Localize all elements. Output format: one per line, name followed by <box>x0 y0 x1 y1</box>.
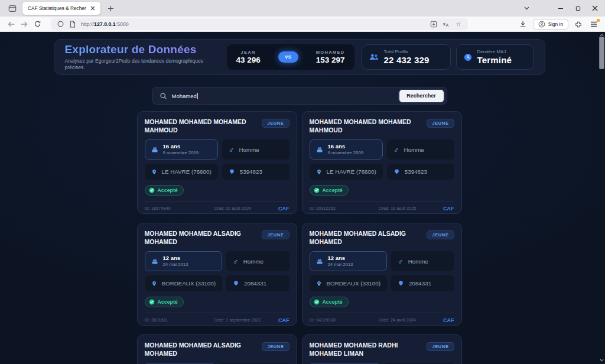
sign-in-button[interactable]: Sign in <box>533 19 568 30</box>
profile-id: ID: 3631611 <box>145 317 214 323</box>
browser-tab-strip: CAF Statistiques & Recherche <box>0 0 605 17</box>
check-circle-icon <box>149 187 155 193</box>
location-pin-icon <box>151 280 157 287</box>
number-value: 2084331 <box>244 280 266 287</box>
divider <box>310 313 454 313</box>
location-field: BORDEAUX (33100) <box>145 275 222 291</box>
page-scrollbar[interactable] <box>599 32 605 364</box>
window-close-button[interactable] <box>590 2 600 14</box>
created-date: Créé: 20 août 2024 <box>214 205 278 212</box>
downloads-icon[interactable] <box>519 21 526 28</box>
modified-date: Modifié: 19 août 2025 <box>379 212 443 214</box>
modified-date: Modifié: 20 août 2024 <box>379 324 443 326</box>
status-label: Accepté <box>158 299 178 305</box>
profile-card: MOHAMED MOHAMED RADHI MOHAMED LIMAN JEUN… <box>302 334 462 364</box>
birthday-cake-icon <box>151 258 158 265</box>
male-icon: ♂ <box>393 146 399 154</box>
modified-date: Modifié: 1 septembre 2022 <box>214 324 278 326</box>
firefox-view-button[interactable] <box>5 2 20 15</box>
scroll-down-icon[interactable] <box>599 357 605 363</box>
age-field: 12 ans24 mai 2013 <box>310 251 387 271</box>
gender-value: Homme <box>243 258 264 265</box>
firefox-view-icon <box>8 5 17 12</box>
window-minimize-button[interactable] <box>555 2 566 14</box>
text-caret <box>197 93 198 99</box>
bookmark-star-icon[interactable]: ☆ <box>454 21 463 27</box>
list-tabs-chevron-icon[interactable] <box>521 2 532 14</box>
save-page-icon[interactable] <box>430 21 438 28</box>
location-field: BORDEAUX (33100) <box>310 275 387 291</box>
menu-icon[interactable] <box>588 19 599 30</box>
search-input[interactable]: Mohamed <box>172 93 197 99</box>
new-tab-button[interactable] <box>104 2 117 15</box>
users-icon <box>369 53 379 61</box>
birthdate-value: 24 mai 2013 <box>328 262 353 268</box>
created-date: Créé: 1 septembre 2022 <box>214 317 278 323</box>
window-maximize-button[interactable] <box>573 2 583 14</box>
browser-tab[interactable]: CAF Statistiques & Recherche <box>22 2 100 15</box>
url-port: :5000 <box>116 21 129 27</box>
reference-icon <box>233 280 239 287</box>
org-label: CAF <box>443 205 454 214</box>
page-title: Explorateur de Données <box>65 43 223 56</box>
profile-psp: PSP: 25-TTZU-ZPUU <box>310 212 379 214</box>
location-pin-icon <box>316 168 322 176</box>
translate-icon[interactable]: xA <box>442 21 450 28</box>
tab-close-icon[interactable] <box>89 4 97 12</box>
url-bar[interactable]: http://127.0.0.1:5000 xA ☆ <box>51 18 468 30</box>
check-circle-icon <box>314 299 320 305</box>
profile-id: ID: 20312263 <box>310 205 379 212</box>
results-grid: MOHAMED MOHAMED MOHAMED MAHMOUD JEUNE 16… <box>137 111 462 364</box>
created-date: Créé: 24 avril 2024 <box>379 317 443 323</box>
gender-field: ♂ Homme <box>387 139 454 160</box>
number-field: 2084331 <box>226 275 290 291</box>
url-host: 127.0.0.1 <box>94 21 116 27</box>
number-value: 5394823 <box>240 168 262 175</box>
age-value: 12 ans <box>163 255 188 262</box>
number-field: 2084331 <box>391 275 454 291</box>
profile-name: MOHAMED MOHAMED ALSADIG MOHAMED <box>145 230 258 246</box>
versus-right-value: 153 297 <box>316 56 345 64</box>
number-field: 5394823 <box>222 164 290 180</box>
profile-name: MOHAMED MOHAMED MOHAMED MAHMOUD <box>145 118 258 134</box>
created-date: Créé: 19 août 2025 <box>379 205 443 212</box>
svg-text:A: A <box>446 23 449 27</box>
last-update-card: Dernière MAJ Terminé <box>456 44 534 70</box>
status-label: Accepté <box>323 187 343 193</box>
site-permissions-icon[interactable] <box>56 21 64 27</box>
profile-id: ID: 18674840 <box>145 205 214 212</box>
search-button[interactable]: Rechercher <box>399 90 444 102</box>
last-update-label: Dernière MAJ <box>477 49 512 54</box>
scrollbar-thumb[interactable] <box>599 37 604 69</box>
back-icon[interactable] <box>5 18 18 30</box>
profile-id: ID: 14329310 <box>310 317 379 323</box>
reload-icon[interactable] <box>31 18 44 30</box>
gender-value: Homme <box>239 147 259 153</box>
age-group-badge: JEUNE <box>262 230 289 239</box>
age-field: 12 ans24 mai 2013 <box>145 251 222 271</box>
divider <box>145 313 290 313</box>
menu-notification-badge <box>597 19 600 22</box>
page-info-icon[interactable] <box>69 21 77 28</box>
location-value: BORDEAUX (33100) <box>327 280 380 287</box>
status-badge: Accepté <box>310 185 349 196</box>
male-icon: ♂ <box>229 146 235 154</box>
profile-psp: PSP: 24-GEGE-JBGS <box>310 324 379 326</box>
age-group-badge: JEUNE <box>427 342 454 351</box>
location-value: LE HAVRE (76600) <box>162 168 212 175</box>
extensions-icon[interactable] <box>575 21 582 28</box>
modified-date: Modifié: 20 août 2024 <box>214 212 278 214</box>
url-text[interactable]: http://127.0.0.1:5000 <box>81 21 425 27</box>
age-value: 12 ans <box>328 255 353 262</box>
number-value: 2084331 <box>409 280 431 287</box>
reference-icon <box>398 280 404 287</box>
check-circle-icon <box>314 187 320 193</box>
tab-title: CAF Statistiques & Recherche <box>28 5 86 11</box>
age-group-badge: JEUNE <box>427 230 454 239</box>
status-badge: Accepté <box>145 297 184 307</box>
versus-right-label: MOHAMED <box>316 50 345 55</box>
url-prefix: http:// <box>81 21 94 27</box>
forward-icon[interactable] <box>18 18 31 30</box>
location-field: LE HAVRE (76600) <box>145 164 218 180</box>
page-header: Explorateur de Données Analysez par Egor… <box>54 39 545 75</box>
